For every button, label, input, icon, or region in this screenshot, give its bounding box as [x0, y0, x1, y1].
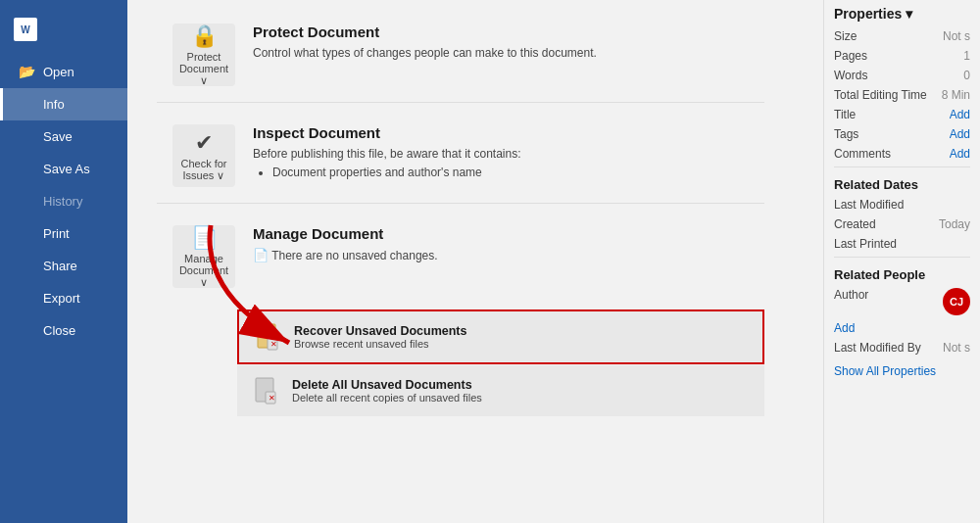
- prop-editing-time-label: Total Editing Time: [834, 88, 927, 102]
- sidebar-item-open-label: Open: [43, 65, 74, 79]
- prop-tags-value[interactable]: Add: [950, 127, 970, 141]
- prop-words-row: Words 0: [834, 69, 970, 82]
- prop-created-value: Today: [939, 217, 970, 231]
- prop-created-label: Created: [834, 217, 876, 231]
- sidebar-item-history-label: History: [43, 194, 82, 209]
- sidebar-item-print[interactable]: Print: [0, 217, 127, 250]
- delete-unsaved-icon: ✕: [251, 375, 282, 406]
- protect-document-info: Protect Document Control what types of c…: [253, 24, 597, 86]
- sidebar-item-open[interactable]: 📂 Open: [0, 55, 127, 88]
- prop-author-label: Author: [834, 288, 868, 315]
- sidebar-item-close[interactable]: Close: [0, 314, 127, 347]
- document-icon: 📄: [191, 225, 218, 251]
- recover-unsaved-title: Recover Unsaved Documents: [294, 324, 466, 338]
- sidebar-item-share-label: Share: [43, 259, 77, 273]
- recover-unsaved-text: Recover Unsaved Documents Browse recent …: [294, 324, 466, 350]
- sidebar-item-save-label: Save: [43, 129, 73, 144]
- sidebar-item-save-as-label: Save As: [43, 162, 90, 176]
- prop-editing-time-value: 8 Min: [942, 88, 970, 102]
- svg-rect-2: [258, 324, 268, 334]
- prop-words-value: 0: [963, 69, 970, 82]
- delete-unsaved-option[interactable]: ✕ Delete All Unsaved Documents Delete al…: [237, 365, 764, 416]
- sidebar-item-export-label: Export: [43, 291, 80, 306]
- prop-size-value: Not s: [943, 29, 970, 43]
- sidebar-item-info[interactable]: Info: [0, 88, 127, 120]
- sidebar-item-export[interactable]: Export: [0, 282, 127, 314]
- check-issues-label: Check forIssues ∨: [180, 158, 226, 182]
- sidebar: W 📂 Open Info Save Save As History Print…: [0, 0, 127, 523]
- properties-panel: Properties ▾ Size Not s Pages 1 Words 0 …: [823, 0, 980, 523]
- manage-options-container: ✕ Recover Unsaved Documents Browse recen…: [237, 309, 764, 416]
- sidebar-item-share[interactable]: Share: [0, 250, 127, 282]
- sidebar-item-print-label: Print: [43, 226, 70, 241]
- manage-document-desc: 📄 There are no unsaved changes.: [253, 247, 438, 264]
- manage-document-title: Manage Document: [253, 225, 438, 242]
- sidebar-item-history: History: [0, 185, 127, 217]
- prop-created-row: Created Today: [834, 217, 970, 231]
- sidebar-item-save-as[interactable]: Save As: [0, 153, 127, 185]
- open-icon: 📂: [18, 64, 35, 79]
- prop-pages-value: 1: [963, 49, 970, 63]
- sidebar-item-info-label: Info: [43, 97, 65, 112]
- prop-last-modified-by-row: Last Modified By Not s: [834, 341, 970, 355]
- manage-document-button[interactable]: 📄 ManageDocument ∨: [172, 225, 235, 288]
- lock-icon: 🔒: [191, 24, 218, 49]
- inspect-document-title: Inspect Document: [253, 124, 521, 141]
- prop-comments-value[interactable]: Add: [950, 147, 970, 161]
- prop-author-add-row: Add: [834, 321, 970, 335]
- prop-pages-label: Pages: [834, 49, 867, 63]
- prop-title-value[interactable]: Add: [950, 108, 970, 121]
- related-dates-title: Related Dates: [834, 177, 970, 192]
- related-people-title: Related People: [834, 267, 970, 282]
- sidebar-item-save[interactable]: Save: [0, 120, 127, 153]
- protect-document-title: Protect Document: [253, 24, 597, 40]
- recover-unsaved-option[interactable]: ✕ Recover Unsaved Documents Browse recen…: [237, 309, 764, 364]
- recover-unsaved-icon: ✕: [253, 321, 284, 353]
- show-all-properties-link[interactable]: Show All Properties: [834, 364, 970, 378]
- delete-unsaved-subtitle: Delete all recent copies of unsaved file…: [292, 392, 482, 404]
- prop-size-row: Size Not s: [834, 29, 970, 43]
- word-logo-icon: W: [14, 18, 37, 41]
- prop-tags-label: Tags: [834, 127, 858, 141]
- manage-document-info: Manage Document 📄 There are no unsaved c…: [253, 225, 438, 288]
- manage-document-section: 📄 ManageDocument ∨ Manage Document 📄 The…: [157, 212, 764, 302]
- properties-dropdown-icon[interactable]: ▾: [906, 6, 912, 22]
- checkmark-icon: ✔: [195, 130, 213, 156]
- prop-comments-row: Comments Add: [834, 147, 970, 161]
- sidebar-item-close-label: Close: [43, 323, 75, 338]
- inspect-document-bullets: Document properties and author's name: [272, 166, 521, 179]
- prop-author-add[interactable]: Add: [834, 321, 855, 335]
- prop-words-label: Words: [834, 69, 867, 82]
- prop-size-label: Size: [834, 29, 857, 43]
- delete-unsaved-text: Delete All Unsaved Documents Delete all …: [292, 378, 482, 404]
- check-issues-button[interactable]: ✔ Check forIssues ∨: [172, 124, 235, 187]
- protect-document-desc: Control what types of changes people can…: [253, 45, 597, 62]
- protect-document-button[interactable]: 🔒 ProtectDocument ∨: [172, 24, 235, 86]
- inspect-document-desc: Before publishing this file, be aware th…: [253, 146, 521, 163]
- app-logo: W: [0, 10, 127, 55]
- prop-comments-label: Comments: [834, 147, 891, 161]
- prop-last-modified-label: Last Modified: [834, 198, 904, 212]
- delete-unsaved-title: Delete All Unsaved Documents: [292, 378, 482, 392]
- recover-unsaved-subtitle: Browse recent unsaved files: [294, 338, 466, 350]
- prop-last-printed-row: Last Printed: [834, 237, 970, 251]
- prop-title-row: Title Add: [834, 108, 970, 121]
- prop-title-label: Title: [834, 108, 856, 121]
- protect-document-section: 🔒 ProtectDocument ∨ Protect Document Con…: [157, 10, 764, 103]
- svg-text:✕: ✕: [269, 394, 275, 403]
- prop-last-modified-by-label: Last Modified By: [834, 341, 921, 355]
- prop-author-row: Author CJ: [834, 288, 970, 315]
- prop-tags-row: Tags Add: [834, 127, 970, 141]
- properties-title: Properties ▾: [834, 6, 970, 22]
- prop-last-modified-by-value: Not s: [943, 341, 970, 355]
- svg-text:✕: ✕: [270, 340, 277, 349]
- author-avatar: CJ: [943, 288, 970, 315]
- protect-button-label: ProtectDocument ∨: [176, 51, 231, 87]
- prop-last-printed-label: Last Printed: [834, 237, 897, 251]
- prop-pages-row: Pages 1: [834, 49, 970, 63]
- prop-editing-time-row: Total Editing Time 8 Min: [834, 88, 970, 102]
- inspect-bullet-1: Document properties and author's name: [272, 166, 521, 179]
- inspect-document-info: Inspect Document Before publishing this …: [253, 124, 521, 187]
- manage-button-label: ManageDocument ∨: [176, 253, 231, 289]
- prop-last-modified-row: Last Modified: [834, 198, 970, 212]
